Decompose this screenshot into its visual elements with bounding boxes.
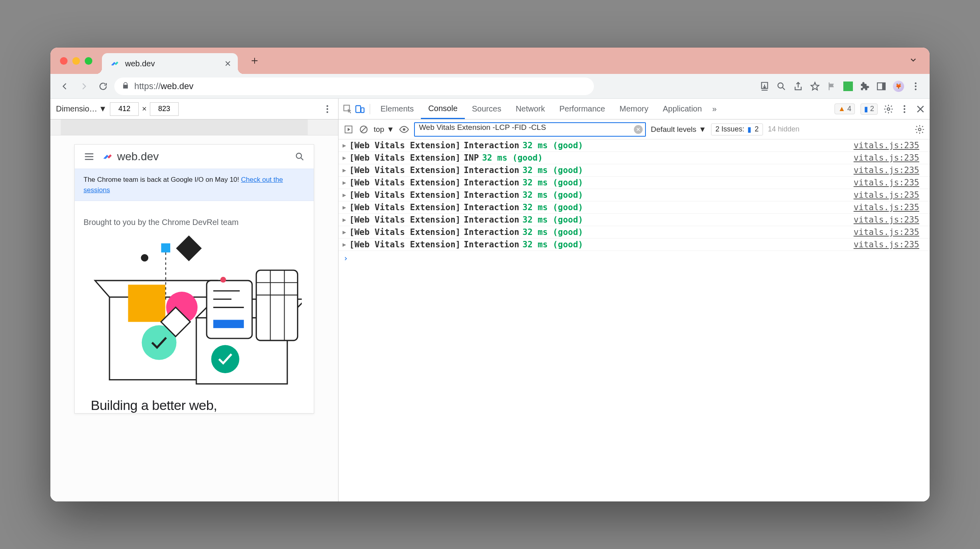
- live-expression-icon[interactable]: [399, 124, 409, 135]
- run-icon[interactable]: [343, 124, 354, 135]
- svg-point-0: [778, 83, 783, 88]
- zoom-icon[interactable]: [776, 81, 787, 92]
- log-metric: Interaction: [464, 190, 519, 200]
- new-tab-button[interactable]: [246, 52, 263, 70]
- console-prompt[interactable]: ›: [339, 251, 930, 265]
- log-label: [Web Vitals Extension]: [349, 227, 460, 237]
- clear-filter-icon[interactable]: ✕: [634, 125, 643, 134]
- warnings-badge[interactable]: ▲4: [835, 103, 855, 114]
- issues-box[interactable]: 2 Issues: ▮2: [711, 123, 763, 135]
- log-metric: Interaction: [464, 203, 519, 212]
- extensions-icon[interactable]: [859, 81, 870, 92]
- settings-icon[interactable]: [883, 104, 894, 114]
- devtools-tab-console[interactable]: Console: [421, 99, 464, 119]
- console-row[interactable]: ▶[Web Vitals Extension] Interaction 32 m…: [339, 201, 930, 214]
- device-mode-icon[interactable]: [355, 104, 365, 114]
- menu-icon[interactable]: [84, 151, 95, 162]
- search-icon[interactable]: [295, 151, 305, 162]
- log-label: [Web Vitals Extension]: [349, 165, 460, 175]
- side-panel-icon[interactable]: [876, 81, 886, 92]
- devtools-tab-application[interactable]: Application: [655, 99, 709, 119]
- hero-illustration: [75, 231, 314, 398]
- expand-icon[interactable]: ▶: [343, 179, 346, 186]
- viewport-wrap: web.dev The Chrome team is back at Googl…: [50, 119, 338, 501]
- svg-point-39: [904, 108, 905, 109]
- console-row[interactable]: ▶[Web Vitals Extension] Interaction 32 m…: [339, 177, 930, 189]
- expand-tabs-icon[interactable]: [909, 56, 923, 66]
- console-row[interactable]: ▶[Web Vitals Extension] Interaction 32 m…: [339, 239, 930, 251]
- context-select[interactable]: top▼: [374, 125, 394, 134]
- bookmark-star-icon[interactable]: [810, 81, 820, 92]
- more-tabs-icon[interactable]: »: [709, 104, 720, 113]
- log-source-link[interactable]: vitals.js:235: [854, 215, 926, 225]
- log-source-link[interactable]: vitals.js:235: [854, 141, 926, 150]
- expand-icon[interactable]: ▶: [343, 191, 346, 199]
- expand-icon[interactable]: ▶: [343, 216, 346, 223]
- levels-select[interactable]: Default levels▼: [651, 125, 706, 134]
- share-icon[interactable]: [793, 81, 803, 92]
- tab-strip: web.dev: [50, 48, 930, 74]
- svg-rect-2: [882, 83, 885, 90]
- console-row[interactable]: ▶[Web Vitals Extension] Interaction 32 m…: [339, 226, 930, 239]
- browser-tab[interactable]: web.dev: [102, 53, 238, 74]
- devtools-tab-network[interactable]: Network: [508, 99, 552, 119]
- maximize-window[interactable]: [85, 57, 92, 65]
- install-icon[interactable]: [759, 81, 770, 92]
- log-label: [Web Vitals Extension]: [349, 203, 460, 212]
- forward-button[interactable]: [76, 78, 92, 94]
- log-source-link[interactable]: vitals.js:235: [854, 227, 926, 237]
- console-row[interactable]: ▶[Web Vitals Extension] Interaction 32 m…: [339, 189, 930, 201]
- messages-badge[interactable]: ▮2: [860, 103, 878, 115]
- close-devtools-icon[interactable]: [915, 104, 926, 114]
- height-input[interactable]: [150, 102, 179, 116]
- expand-icon[interactable]: ▶: [343, 142, 346, 149]
- profile-avatar[interactable]: 🦊: [893, 81, 904, 92]
- devtools-more-icon[interactable]: [899, 104, 910, 114]
- svg-point-15: [141, 254, 149, 262]
- console-row[interactable]: ▶[Web Vitals Extension] INP 32 ms (good)…: [339, 152, 930, 164]
- console-row[interactable]: ▶[Web Vitals Extension] Interaction 32 m…: [339, 214, 930, 226]
- omnibox[interactable]: https://web.dev: [114, 78, 594, 95]
- console-row[interactable]: ▶[Web Vitals Extension] Interaction 32 m…: [339, 139, 930, 152]
- expand-icon[interactable]: ▶: [343, 241, 346, 248]
- width-input[interactable]: [110, 102, 139, 116]
- browser-menu-icon[interactable]: [910, 81, 921, 92]
- console-row[interactable]: ▶[Web Vitals Extension] Interaction 32 m…: [339, 164, 930, 177]
- console-settings-icon[interactable]: [914, 124, 925, 135]
- log-source-link[interactable]: vitals.js:235: [854, 165, 926, 175]
- minimize-window[interactable]: [72, 57, 80, 65]
- inspect-icon[interactable]: [343, 104, 353, 114]
- close-tab-icon[interactable]: [224, 60, 231, 67]
- reload-button[interactable]: [95, 78, 111, 94]
- flag-icon[interactable]: [827, 81, 837, 92]
- device-more-icon[interactable]: [322, 104, 333, 114]
- hidden-count: 14 hidden: [768, 125, 799, 133]
- site-logo[interactable]: web.dev: [102, 150, 287, 163]
- devtools-tab-memory[interactable]: Memory: [612, 99, 655, 119]
- filter-input[interactable]: Web Vitals Extension -LCP -FID -CLS ✕: [414, 122, 646, 137]
- expand-icon[interactable]: ▶: [343, 204, 346, 211]
- expand-icon[interactable]: ▶: [343, 229, 346, 236]
- expand-icon[interactable]: ▶: [343, 167, 346, 174]
- log-source-link[interactable]: vitals.js:235: [854, 178, 926, 187]
- svg-point-40: [904, 111, 905, 113]
- log-metric: Interaction: [464, 227, 519, 237]
- device-select[interactable]: Dimensio… ▼: [56, 104, 107, 113]
- devtools-tab-sources[interactable]: Sources: [465, 99, 508, 119]
- clear-console-icon[interactable]: [359, 124, 369, 135]
- log-metric: Interaction: [464, 165, 519, 175]
- log-source-link[interactable]: vitals.js:235: [854, 203, 926, 212]
- log-source-link[interactable]: vitals.js:235: [854, 240, 926, 249]
- log-value: 32 ms (good): [482, 153, 543, 163]
- close-window[interactable]: [60, 57, 68, 65]
- devtools-tab-performance[interactable]: Performance: [552, 99, 613, 119]
- io-banner: The Chrome team is back at Google I/O on…: [75, 169, 314, 201]
- svg-rect-36: [361, 107, 364, 112]
- log-source-link[interactable]: vitals.js:235: [854, 190, 926, 200]
- log-source-link[interactable]: vitals.js:235: [854, 153, 926, 163]
- devtools-tab-elements[interactable]: Elements: [373, 99, 421, 119]
- extension-square-icon[interactable]: [843, 82, 853, 91]
- back-button[interactable]: [57, 78, 73, 94]
- svg-point-6: [327, 105, 328, 107]
- expand-icon[interactable]: ▶: [343, 154, 346, 161]
